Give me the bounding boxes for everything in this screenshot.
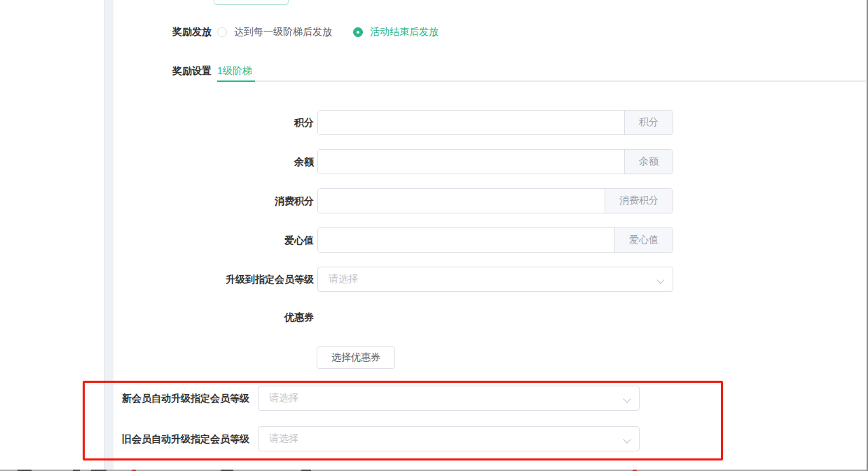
- sidebar-content-divider: [104, 0, 113, 471]
- select-placeholder: 请选择: [329, 273, 652, 286]
- reward-issue-label: 奖励发放: [113, 26, 212, 37]
- consume-points-append-label: 消费积分: [605, 189, 673, 213]
- chevron-down-icon: [624, 395, 631, 402]
- coupon-label: 优惠券: [284, 311, 314, 323]
- love-value-input-group: 爱心值: [317, 227, 673, 253]
- balance-input-group: 余额: [317, 149, 673, 174]
- old-member-upgrade-select[interactable]: 请选择: [258, 426, 640, 451]
- upgrade-level-label: 升级到指定会员等级: [174, 272, 314, 286]
- balance-label: 余额: [174, 155, 314, 169]
- tab-active-underline: [217, 80, 255, 82]
- form-row-love-value: 爱心值 爱心值: [174, 227, 673, 253]
- add-tier-button-clipped[interactable]: [214, 0, 289, 5]
- points-input[interactable]: [318, 111, 624, 134]
- love-value-input[interactable]: [318, 228, 614, 252]
- new-member-upgrade-select[interactable]: 请选择: [258, 386, 640, 411]
- radio-issue-after-activity[interactable]: 活动结束后发放: [353, 26, 439, 38]
- tab-underline-track: [217, 80, 866, 82]
- form-row-points: 积分 积分: [174, 110, 673, 135]
- consume-points-label: 消费积分: [174, 194, 314, 208]
- upgrade-level-select[interactable]: 请选择: [317, 267, 673, 292]
- radio-unchecked-icon: [217, 27, 227, 37]
- consume-points-input[interactable]: [318, 189, 605, 213]
- old-member-upgrade-label: 旧会员自动升级指定会员等级: [113, 432, 249, 446]
- balance-append-label: 余额: [624, 150, 673, 174]
- consume-points-input-group: 消费积分: [317, 188, 673, 213]
- form-row-consume-points: 消费积分 消费积分: [174, 188, 673, 213]
- select-placeholder: 请选择: [269, 433, 619, 445]
- form-row-balance: 余额 余额: [174, 149, 673, 174]
- love-value-append-label: 爱心值: [614, 228, 673, 252]
- page: 奖励发放 达到每一级阶梯后发放 活动结束后发放 奖励设置 1级阶梯 积分 积分 …: [0, 0, 868, 471]
- select-coupon-button[interactable]: 选择优惠券: [317, 346, 395, 369]
- love-value-label: 爱心值: [174, 233, 314, 247]
- reward-issue-radio-group: 达到每一级阶梯后发放 活动结束后发放: [217, 26, 439, 38]
- chevron-down-icon: [658, 276, 664, 283]
- form-row-new-member-upgrade: 新会员自动升级指定会员等级 请选择: [113, 386, 640, 411]
- points-label: 积分: [174, 115, 314, 129]
- tab-tier-1[interactable]: 1级阶梯: [217, 64, 252, 77]
- select-placeholder: 请选择: [269, 392, 619, 405]
- radio-checked-icon: [353, 27, 363, 37]
- points-input-group: 积分: [317, 110, 673, 135]
- form-row-coupon: 优惠券: [174, 310, 314, 324]
- reward-setting-label: 奖励设置: [113, 65, 212, 76]
- balance-input[interactable]: [318, 150, 624, 174]
- chevron-down-icon: [624, 436, 631, 442]
- radio-issue-per-tier[interactable]: 达到每一级阶梯后发放: [217, 26, 332, 38]
- radio-label: 达到每一级阶梯后发放: [234, 26, 332, 38]
- points-append-label: 积分: [624, 111, 673, 134]
- form-row-upgrade-level: 升级到指定会员等级 请选择: [174, 267, 673, 292]
- form-row-old-member-upgrade: 旧会员自动升级指定会员等级 请选择: [113, 426, 640, 451]
- new-member-upgrade-label: 新会员自动升级指定会员等级: [113, 391, 249, 405]
- radio-label: 活动结束后发放: [370, 26, 439, 38]
